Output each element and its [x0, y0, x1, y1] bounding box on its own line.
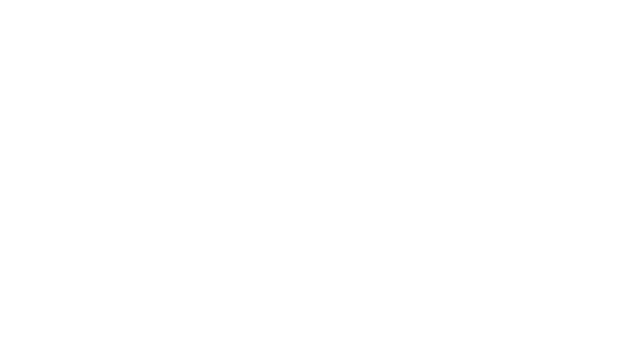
- redundant-label-2: Hosts with redundant components: [312, 8, 379, 9]
- redundant-label-1: Hosts with redundant components: [107, 8, 174, 9]
